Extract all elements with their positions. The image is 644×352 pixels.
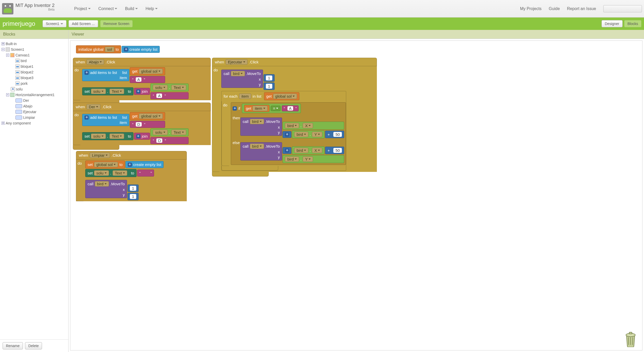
menu-project[interactable]: Project xyxy=(74,6,91,11)
block-when-ejecutar-click[interactable]: whenEjecutar.Click do callbird.MoveTo x … xyxy=(212,58,377,177)
sprite-icon xyxy=(15,81,20,86)
canvas-icon xyxy=(10,53,14,57)
logo-block: MIT App Inventor 2 Beta xyxy=(2,3,69,14)
top-nav: MIT App Inventor 2 Beta Project Connect … xyxy=(0,0,644,18)
caret-icon xyxy=(115,8,117,9)
tree-sprite[interactable]: bloque1 xyxy=(2,64,67,69)
else-label: else xyxy=(233,140,240,145)
app-title: MIT App Inventor 2 Beta xyxy=(15,3,55,12)
tree-any-component[interactable]: +Any component xyxy=(2,120,67,126)
svg-line-4 xyxy=(632,337,633,345)
do-label: do xyxy=(214,68,218,72)
viewer-panel: Viewer initialize globalsolto create emp… xyxy=(69,30,644,352)
gear-icon xyxy=(136,134,140,138)
main-area: Blocks +Built-in −Screen1 −Canvas1 bird … xyxy=(0,30,644,352)
do-label: do xyxy=(223,103,227,107)
caret-icon xyxy=(100,61,102,63)
block-when-abajo-click[interactable]: whenAbajo.Click do add items to list lis… xyxy=(73,58,211,105)
svg-rect-1 xyxy=(629,332,632,334)
project-bar: primerjuego Screen1 Add Screen ... Remov… xyxy=(0,18,644,30)
blocks-workspace[interactable]: initialize globalsolto create empty list… xyxy=(70,40,642,350)
link-guide[interactable]: Guide xyxy=(549,6,560,11)
do-label: do xyxy=(74,68,79,72)
sprite-icon xyxy=(15,70,20,74)
tree-button[interactable]: Ejecutar xyxy=(2,109,67,115)
trash-icon xyxy=(624,331,638,347)
blocks-toggle-button[interactable]: Blocks xyxy=(624,20,641,27)
sprite-icon xyxy=(15,59,20,63)
gear-icon xyxy=(285,148,289,153)
android-logo-icon xyxy=(2,3,13,14)
sprite-icon xyxy=(15,64,20,69)
delete-button[interactable]: Delete xyxy=(25,342,42,349)
caret-icon xyxy=(155,8,158,9)
gear-icon xyxy=(233,106,237,111)
caret-icon xyxy=(135,8,138,9)
tree-label-solu[interactable]: Asolu xyxy=(2,86,67,92)
button-icon xyxy=(15,104,22,108)
block-when-limpiar-click[interactable]: whenLimpiar.Click do setglobal solto cre… xyxy=(76,151,187,201)
add-screen-button[interactable]: Add Screen ... xyxy=(69,20,98,27)
tree-button[interactable]: Limpiar xyxy=(2,115,67,120)
right-menu: My Projects Guide Report an Issue xyxy=(520,5,642,12)
tree-button[interactable]: Abajo xyxy=(2,103,67,109)
arrangement-icon xyxy=(10,93,14,97)
button-icon xyxy=(15,110,22,114)
gear-icon xyxy=(136,89,140,94)
component-tree[interactable]: +Built-in −Screen1 −Canvas1 bird bloque1… xyxy=(0,39,68,339)
do-label: do xyxy=(78,161,82,165)
gear-icon xyxy=(285,132,289,137)
screen-dropdown-button[interactable]: Screen1 xyxy=(43,20,66,27)
language-select[interactable] xyxy=(603,5,642,12)
tree-builtin[interactable]: +Built-in xyxy=(2,41,67,47)
remove-screen-button[interactable]: Remove Screen xyxy=(100,20,133,27)
screen-icon xyxy=(6,47,10,52)
menu-connect[interactable]: Connect xyxy=(98,6,117,11)
gear-icon xyxy=(128,163,132,167)
sprite-icon xyxy=(15,76,20,80)
viewer-header: Viewer xyxy=(69,30,644,39)
tree-sprite[interactable]: bird xyxy=(2,58,67,64)
gear-icon xyxy=(84,115,89,120)
main-menu: Project Connect Build Help xyxy=(74,6,158,11)
tree-canvas1[interactable]: −Canvas1 xyxy=(2,52,67,58)
do-label: do xyxy=(74,113,79,117)
project-name: primerjuego xyxy=(3,20,35,27)
gear-icon xyxy=(124,47,128,52)
menu-help[interactable]: Help xyxy=(146,6,158,11)
caret-icon xyxy=(88,8,91,9)
tree-button[interactable]: Der xyxy=(2,98,67,103)
svg-line-2 xyxy=(628,337,629,345)
label-icon: A xyxy=(11,87,15,91)
tree-sprite[interactable]: pork xyxy=(2,81,67,86)
tree-footer: Rename Delete xyxy=(0,339,68,352)
beta-label: Beta xyxy=(15,8,55,11)
blocks-panel: Blocks +Built-in −Screen1 −Canvas1 bird … xyxy=(0,30,69,352)
button-icon xyxy=(15,115,22,120)
rename-button[interactable]: Rename xyxy=(3,342,23,349)
tree-screen1[interactable]: −Screen1 xyxy=(2,47,67,52)
block-when-der-click[interactable]: whenDer.Click do add items to list list … xyxy=(73,103,211,150)
caret-icon xyxy=(61,23,63,24)
link-my-projects[interactable]: My Projects xyxy=(520,6,542,11)
link-report-issue[interactable]: Report an Issue xyxy=(567,6,596,11)
then-label: then xyxy=(233,116,240,120)
designer-toggle-button[interactable]: Designer xyxy=(601,20,623,27)
tree-sprite[interactable]: bloque2 xyxy=(2,69,67,75)
block-init-global[interactable]: initialize globalsolto create empty list xyxy=(76,45,160,53)
menu-build[interactable]: Build xyxy=(125,6,138,11)
button-icon xyxy=(15,98,22,103)
tree-harr[interactable]: −HorizontalArrangement1 xyxy=(2,92,67,98)
gear-icon xyxy=(84,71,89,75)
tree-sprite[interactable]: bloque3 xyxy=(2,75,67,81)
blocks-panel-header: Blocks xyxy=(0,30,68,39)
svg-point-0 xyxy=(626,333,635,337)
